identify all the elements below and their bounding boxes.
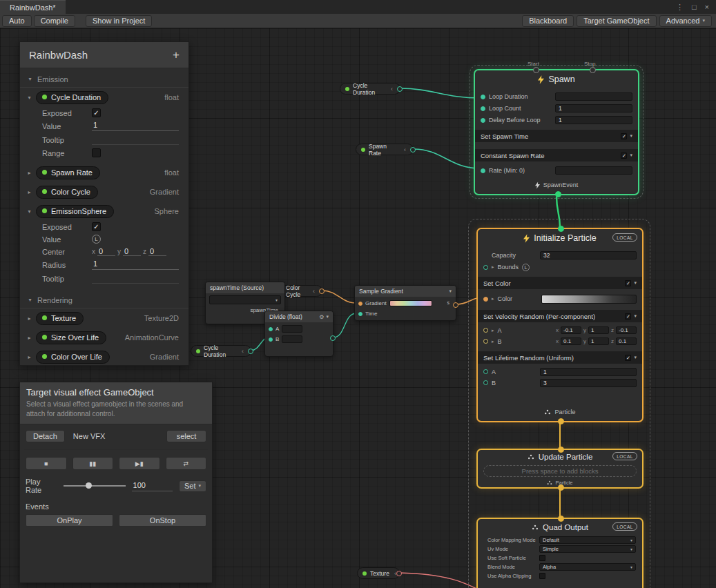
property-texture[interactable]: ▸ Texture Texture2D xyxy=(20,308,188,328)
velocity-a-x-field[interactable]: -0.1 xyxy=(561,326,581,334)
tooltip-field[interactable] xyxy=(92,273,179,284)
divide-a-port[interactable] xyxy=(269,327,273,331)
set-color-block[interactable]: Set Color ✓ ▾ xyxy=(478,277,642,289)
delay-before-loop-field[interactable]: 1 xyxy=(555,116,632,124)
center-z-field[interactable]: 0 xyxy=(148,247,166,256)
lifetime-a-field[interactable]: 1 xyxy=(540,368,637,376)
spawntime-node-title[interactable]: spawnTime (Source) xyxy=(206,282,284,293)
target-panel-header[interactable]: Target visual effect GameObject Select a… xyxy=(20,382,212,424)
divide-operator-node[interactable]: Divide (float) ⚙ ▾ A B xyxy=(264,311,333,357)
property-pill[interactable]: Texture xyxy=(36,312,84,325)
spawn-rate-parameter-node[interactable]: Spawn Rate ‹ xyxy=(356,144,414,155)
spawn-node-title[interactable]: Spawn xyxy=(475,70,638,88)
collapse-chevron-icon[interactable]: ‹ xyxy=(242,348,244,355)
foldout-closed-icon[interactable]: ▸ xyxy=(26,335,32,341)
sample-gradient-output-port[interactable] xyxy=(453,302,458,308)
loop-duration-field[interactable] xyxy=(555,92,632,101)
foldout-open-icon[interactable]: ▾ xyxy=(27,76,33,82)
property-size-over-life[interactable]: ▸ Size Over Life AnimationCurve xyxy=(20,328,188,347)
spawn-context-node[interactable]: Start Stop Spawn Loop Duration Loop Coun… xyxy=(474,69,639,195)
cycle-duration-parameter-node-2[interactable]: Cycle Duration ‹ xyxy=(191,345,251,357)
range-checkbox[interactable] xyxy=(92,148,101,157)
dropdown-caret-icon[interactable]: ▾ xyxy=(634,355,637,360)
dropdown-caret-icon[interactable]: ▾ xyxy=(326,314,329,320)
foldout-closed-icon[interactable]: ▸ xyxy=(492,328,494,333)
center-y-field[interactable]: 0 xyxy=(123,247,141,256)
foldout-open-icon[interactable]: ▾ xyxy=(27,297,33,303)
rate-field[interactable] xyxy=(555,166,632,175)
collapse-chevron-icon[interactable]: ‹ xyxy=(313,288,315,295)
gradient-swatch[interactable] xyxy=(389,300,432,306)
cycle-duration-2-output-port[interactable] xyxy=(248,349,253,354)
initialize-output-port[interactable] xyxy=(558,418,564,424)
add-property-button[interactable]: + xyxy=(173,48,180,62)
asset-tab[interactable]: RainbwDash* xyxy=(0,0,66,14)
property-pill[interactable]: Cycle Duration xyxy=(36,91,108,104)
uv-mode-select[interactable]: Simple ▾ xyxy=(539,545,636,553)
divide-node-title[interactable]: Divide (float) ⚙ ▾ xyxy=(265,311,333,322)
block-enabled-checkbox[interactable]: ✓ xyxy=(621,153,627,159)
property-pill[interactable]: EmissionSphere xyxy=(36,205,114,218)
quad-input-port[interactable] xyxy=(558,516,564,522)
property-pill[interactable]: Spawn Rate xyxy=(36,166,100,179)
texture-parameter-node[interactable]: Texture ‹ xyxy=(357,567,400,579)
select-button[interactable]: select xyxy=(166,430,206,442)
property-spawn-rate[interactable]: ▸ Spawn Rate float xyxy=(20,163,188,182)
foldout-closed-icon[interactable]: ▸ xyxy=(492,264,494,270)
bounds-port[interactable] xyxy=(483,265,488,270)
auto-button[interactable]: Auto xyxy=(2,15,32,27)
value-field[interactable]: 1 xyxy=(92,121,179,131)
initialize-input-port[interactable] xyxy=(558,226,564,232)
lifetime-a-port[interactable] xyxy=(483,369,488,374)
step-button[interactable]: ▶▮ xyxy=(119,457,160,470)
foldout-closed-icon[interactable]: ▸ xyxy=(26,170,32,176)
property-pill[interactable]: Color Cycle xyxy=(36,186,98,199)
alpha-clipping-checkbox[interactable] xyxy=(539,573,545,579)
collapse-chevron-icon[interactable]: ‹ xyxy=(391,86,393,92)
advanced-button[interactable]: Advanced ▾ xyxy=(659,15,712,27)
update-output-port[interactable] xyxy=(558,484,564,491)
velocity-a-port[interactable] xyxy=(483,328,488,333)
time-input-port[interactable] xyxy=(358,312,362,316)
compile-button[interactable]: Compile xyxy=(34,15,75,27)
initialize-particle-node[interactable]: Initialize Particle LOCAL Capacity 32 ▸ … xyxy=(476,228,644,422)
spawnevent-port[interactable] xyxy=(555,191,561,197)
menu-icon[interactable]: ⋮ xyxy=(676,3,684,12)
property-pill[interactable]: Color Over Life xyxy=(36,351,110,364)
divide-b-port[interactable] xyxy=(269,337,273,342)
blend-mode-select[interactable]: Alpha ▾ xyxy=(539,563,636,571)
velocity-b-z-field[interactable]: 0.1 xyxy=(616,337,637,345)
loop-duration-port[interactable] xyxy=(481,95,485,99)
velocity-a-z-field[interactable]: -0.1 xyxy=(616,326,637,334)
lifetime-b-port[interactable] xyxy=(483,380,488,385)
exposed-checkbox[interactable]: ✓ xyxy=(92,108,101,117)
constant-spawn-rate-block[interactable]: Constant Spawn Rate ✓ ▾ xyxy=(475,149,638,161)
sample-gradient-title[interactable]: Sample Gradient ▾ xyxy=(355,286,456,297)
detach-button[interactable]: Detach xyxy=(26,430,65,442)
dropdown-caret-icon[interactable]: ▾ xyxy=(634,280,637,286)
gradient-input-port[interactable] xyxy=(358,302,362,306)
onstop-button[interactable]: OnStop xyxy=(119,514,206,527)
update-input-port[interactable] xyxy=(558,447,564,453)
center-x-field[interactable]: 0 xyxy=(97,247,115,256)
foldout-closed-icon[interactable]: ▸ xyxy=(26,189,32,195)
color-port[interactable] xyxy=(483,297,488,302)
color-mapping-select[interactable]: Default ▾ xyxy=(539,536,636,544)
block-enabled-checkbox[interactable]: ✓ xyxy=(625,280,631,286)
delay-before-loop-port[interactable] xyxy=(481,118,485,123)
foldout-closed-icon[interactable]: ▸ xyxy=(492,339,494,344)
stop-flow-port[interactable] xyxy=(590,67,596,73)
blackboard-toggle[interactable]: Blackboard xyxy=(522,15,574,27)
cycle-duration-parameter-node[interactable]: Cycle Duration ‹ xyxy=(340,83,400,95)
restart-button[interactable]: ⇄ xyxy=(166,457,207,470)
color-cycle-output-port[interactable] xyxy=(319,288,325,294)
property-cycle-duration[interactable]: ▾ Cycle Duration float xyxy=(20,88,188,107)
attribute-location-select[interactable]: ▾ xyxy=(209,295,281,304)
quad-output-node[interactable]: Quad Output LOCAL Color Mapping Mode Def… xyxy=(476,518,644,588)
exposed-checkbox[interactable]: ✓ xyxy=(92,222,101,231)
dropdown-caret-icon[interactable]: ▾ xyxy=(630,133,632,139)
loop-count-field[interactable]: 1 xyxy=(555,104,632,112)
set-spawn-time-block[interactable]: Set Spawn Time ✓ ▾ xyxy=(475,130,638,142)
velocity-b-y-field[interactable]: 1 xyxy=(588,337,609,345)
cycle-duration-output-port[interactable] xyxy=(397,86,403,92)
